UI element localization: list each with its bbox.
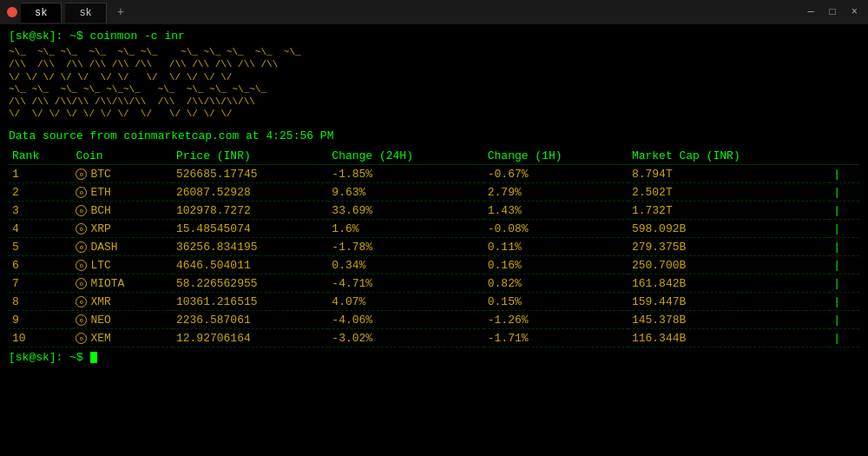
- cell-bar: |: [830, 202, 859, 220]
- cell-change1h: -0.67%: [484, 165, 628, 183]
- restore-button[interactable]: □: [826, 4, 839, 20]
- table-row: 4 ⚙ XRP 15.485450741.6%-0.08%598.092B|: [9, 220, 859, 238]
- cell-coin: ⚙ BCH: [72, 202, 173, 220]
- bottom-prompt: [sk@sk]: ~$: [9, 351, 859, 364]
- table-header-row: Rank Coin Price (INR) Change (24H) Chang…: [9, 148, 859, 165]
- cell-marketcap: 161.842B: [628, 274, 830, 293]
- cell-coin: ⚙ NEO: [72, 311, 173, 329]
- table-row: 8 ⚙ XMR 10361.2165154.07%0.15%159.447B|: [9, 293, 859, 311]
- cell-marketcap: 145.378B: [628, 311, 830, 329]
- col-change1h: Change (1H): [484, 148, 628, 165]
- cell-change24h: -1.78%: [328, 238, 483, 256]
- cell-bar: |: [830, 293, 859, 311]
- cell-rank: 1: [9, 165, 72, 183]
- data-source-line: Data source from coinmarketcap.com at 4:…: [9, 129, 859, 142]
- close-button[interactable]: ×: [848, 4, 861, 20]
- cell-coin: ⚙ BTC: [72, 165, 173, 183]
- cell-price: 4646.504011: [173, 256, 328, 274]
- cell-change24h: 9.63%: [328, 183, 483, 202]
- cell-rank: 4: [9, 220, 72, 238]
- cell-rank: 8: [9, 293, 72, 311]
- cell-price: 26087.52928: [173, 183, 328, 202]
- cell-coin: ⚙ MIOTA: [72, 274, 173, 293]
- cell-rank: 2: [9, 183, 72, 202]
- col-coin: Coin: [72, 148, 173, 165]
- cell-change1h: 2.79%: [484, 183, 628, 202]
- cell-rank: 5: [9, 238, 72, 256]
- cell-marketcap: 598.092B: [628, 220, 830, 238]
- cell-change1h: 1.43%: [484, 202, 628, 220]
- coin-table: Rank Coin Price (INR) Change (24H) Chang…: [9, 148, 859, 347]
- cell-change24h: 4.07%: [328, 293, 483, 311]
- table-row: 5 ⚙ DASH 36256.834195-1.78%0.11%279.375B…: [9, 238, 859, 256]
- cell-rank: 7: [9, 274, 72, 293]
- cell-change24h: -3.02%: [328, 329, 483, 347]
- cell-change1h: -0.08%: [484, 220, 628, 238]
- close-dot: [7, 7, 17, 17]
- cell-coin: ⚙ DASH: [72, 238, 173, 256]
- cell-change24h: -1.85%: [328, 165, 483, 183]
- cell-bar: |: [830, 329, 859, 347]
- title-bar: sk sk + — □ ×: [0, 0, 868, 24]
- cell-bar: |: [830, 165, 859, 183]
- cell-bar: |: [830, 238, 859, 256]
- table-row: 3 ⚙ BCH 102978.727233.69%1.43%1.732T|: [9, 202, 859, 220]
- table-row: 6 ⚙ LTC 4646.5040110.34%0.16%250.700B|: [9, 256, 859, 274]
- cell-bar: |: [830, 256, 859, 274]
- cell-change1h: 0.16%: [484, 256, 628, 274]
- cell-change1h: -1.71%: [484, 329, 628, 347]
- tab-2[interactable]: sk: [65, 3, 106, 23]
- cell-change1h: 0.11%: [484, 238, 628, 256]
- prompt-user-text: [sk@sk]: ~$ coinmon -c inr: [9, 30, 185, 43]
- cell-change24h: 0.34%: [328, 256, 483, 274]
- cell-bar: |: [830, 311, 859, 329]
- table-row: 9 ⚙ NEO 2236.587061-4.06%-1.26%145.378B|: [9, 311, 859, 329]
- cell-rank: 9: [9, 311, 72, 329]
- cell-price: 15.48545074: [173, 220, 328, 238]
- col-rank: Rank: [9, 148, 72, 165]
- cell-change24h: -4.06%: [328, 311, 483, 329]
- col-marketcap: Market Cap (INR): [628, 148, 830, 165]
- cell-marketcap: 250.700B: [628, 256, 830, 274]
- cell-change1h: 0.15%: [484, 293, 628, 311]
- cursor: [90, 352, 97, 363]
- cell-bar: |: [830, 183, 859, 202]
- cell-price: 58.226562955: [173, 274, 328, 293]
- tab-1[interactable]: sk: [21, 3, 62, 23]
- cell-rank: 3: [9, 202, 72, 220]
- terminal-body: [sk@sk]: ~$ coinmon -c inr ~\_ ~\_ ~\_ ~…: [0, 24, 868, 456]
- cell-marketcap: 1.732T: [628, 202, 830, 220]
- add-tab-button[interactable]: +: [110, 2, 131, 23]
- table-row: 10 ⚙ XEM 12.92706164-3.02%-1.71%116.344B…: [9, 329, 859, 347]
- window-controls: — □ ×: [804, 4, 861, 20]
- ascii-art: ~\_ ~\_ ~\_ ~\_ ~\_ ~\_ ~\_ ~\_ ~\_ ~\_ …: [9, 46, 356, 121]
- cell-coin: ⚙ ETH: [72, 183, 173, 202]
- cell-price: 526685.17745: [173, 165, 328, 183]
- cell-price: 36256.834195: [173, 238, 328, 256]
- cell-change1h: -1.26%: [484, 311, 628, 329]
- cell-coin: ⚙ XEM: [72, 329, 173, 347]
- cell-price: 102978.7272: [173, 202, 328, 220]
- ascii-art-box: ~\_ ~\_ ~\_ ~\_ ~\_ ~\_ ~\_ ~\_ ~\_ ~\_ …: [9, 46, 356, 122]
- table-row: 7 ⚙ MIOTA 58.226562955-4.71%0.82%161.842…: [9, 274, 859, 293]
- prompt-command: [sk@sk]: ~$ coinmon -c inr: [9, 30, 859, 43]
- col-price: Price (INR): [173, 148, 328, 165]
- coin-table-container: Rank Coin Price (INR) Change (24H) Chang…: [9, 148, 859, 347]
- minimize-button[interactable]: —: [804, 4, 817, 20]
- cell-change24h: 33.69%: [328, 202, 483, 220]
- cell-change1h: 0.82%: [484, 274, 628, 293]
- bottom-prompt-text: [sk@sk]: ~$: [9, 351, 90, 364]
- cell-change24h: -4.71%: [328, 274, 483, 293]
- cell-marketcap: 279.375B: [628, 238, 830, 256]
- cell-marketcap: 159.447B: [628, 293, 830, 311]
- table-row: 1 ⚙ BTC 526685.17745-1.85%-0.67%8.794T|: [9, 165, 859, 183]
- cell-marketcap: 116.344B: [628, 329, 830, 347]
- cell-price: 12.92706164: [173, 329, 328, 347]
- cell-price: 2236.587061: [173, 311, 328, 329]
- table-row: 2 ⚙ ETH 26087.529289.63%2.79%2.502T|: [9, 183, 859, 202]
- cell-bar: |: [830, 220, 859, 238]
- cell-coin: ⚙ XRP: [72, 220, 173, 238]
- col-change24h: Change (24H): [328, 148, 483, 165]
- cell-bar: |: [830, 274, 859, 293]
- cell-rank: 6: [9, 256, 72, 274]
